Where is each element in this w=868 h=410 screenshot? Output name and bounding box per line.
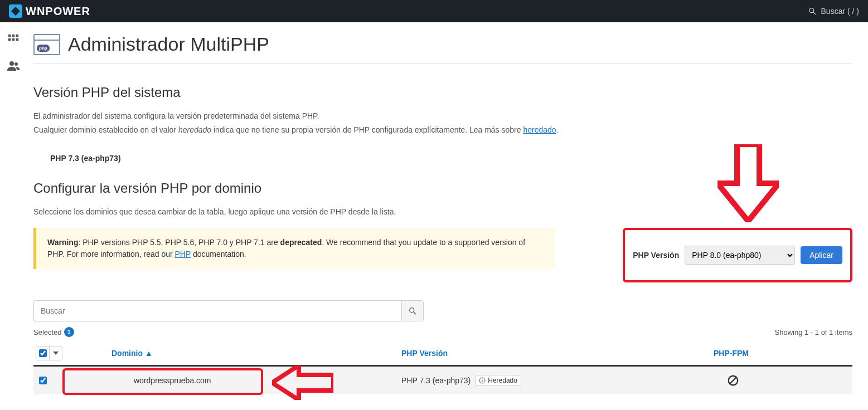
select-all-checkbox[interactable] <box>39 349 47 357</box>
row-checkbox[interactable] <box>39 377 47 384</box>
heredado-link[interactable]: heredado <box>523 125 556 134</box>
showing-label: Showing 1 - 1 of 1 items <box>775 328 852 336</box>
svg-rect-7 <box>16 38 19 41</box>
selected-count-badge: 1 <box>64 327 74 337</box>
select-all-dropdown[interactable] <box>50 346 62 360</box>
topbar: WNPOWER Buscar ( / ) <box>0 0 868 22</box>
select-all-checkbox-wrap[interactable] <box>36 346 50 360</box>
brand-icon <box>9 4 22 18</box>
table-meta: Selected 1 Showing 1 - 1 of 1 items <box>33 327 852 337</box>
apps-icon[interactable] <box>7 33 20 46</box>
config-row: Warning: PHP versions PHP 5.5, PHP 5.6, … <box>33 228 852 282</box>
info-icon <box>479 377 486 384</box>
php-version-label: PHP Versión <box>633 251 679 260</box>
main-content: php Administrador MultiPHP Versión PHP d… <box>27 22 868 410</box>
page-title: Administrador MultiPHP <box>68 33 269 55</box>
search-input[interactable] <box>33 300 401 321</box>
table-row: wordpressprueba.com PHP 7.3 (ea-php73) H… <box>33 367 852 394</box>
search-button[interactable] <box>401 300 424 321</box>
chevron-down-icon <box>53 352 59 355</box>
selected-label: Selected <box>33 328 62 336</box>
system-desc-1: El administrador del sistema configura l… <box>33 110 852 122</box>
php-version-select[interactable]: PHP 8.0 (ea-php80) <box>685 246 795 265</box>
php-doc-link[interactable]: PHP <box>175 250 191 258</box>
svg-rect-3 <box>12 35 15 37</box>
annotation-highlight-box: PHP Versión PHP 8.0 (ea-php80) Aplicar <box>623 228 852 282</box>
annotation-arrow-left-icon <box>272 365 333 400</box>
table-header-row: Dominio ▲ PHP Versión PHP-FPM <box>33 341 852 367</box>
svg-line-1 <box>813 12 816 14</box>
annotation-arrow-down-icon <box>717 144 779 222</box>
svg-line-11 <box>414 312 416 314</box>
svg-line-16 <box>730 377 736 384</box>
svg-rect-4 <box>16 35 19 37</box>
svg-point-8 <box>9 61 14 66</box>
col-header-version[interactable]: PHP Versión <box>401 349 714 358</box>
svg-point-9 <box>14 62 18 66</box>
deprecated-warning: Warning: PHP versions PHP 5.5, PHP 5.6, … <box>33 228 555 269</box>
col-header-domain[interactable]: Dominio ▲ <box>111 349 401 358</box>
cell-domain: wordpressprueba.com <box>111 376 401 385</box>
cell-version: PHP 7.3 (ea-php73) Heredado <box>401 375 714 386</box>
domain-search <box>33 300 424 321</box>
svg-rect-6 <box>12 38 15 41</box>
search-icon <box>408 306 417 315</box>
select-all-group <box>36 346 62 360</box>
multiphp-icon: php <box>33 34 60 55</box>
page-header: php Administrador MultiPHP <box>33 29 852 64</box>
brand-text: WNPOWER <box>26 5 90 18</box>
row-check-cell[interactable] <box>33 377 111 384</box>
svg-point-0 <box>809 8 813 13</box>
users-icon[interactable] <box>7 59 20 72</box>
version-text: PHP 7.3 (ea-php73) <box>401 376 471 385</box>
cell-fpm <box>714 374 852 387</box>
col-header-fpm[interactable]: PHP-FPM <box>714 349 852 358</box>
svg-point-10 <box>410 308 414 313</box>
topbar-search[interactable]: Buscar ( / ) <box>808 7 859 16</box>
php-version-panel: PHP Versión PHP 8.0 (ea-php80) Aplicar <box>623 228 852 282</box>
svg-rect-2 <box>8 35 11 37</box>
svg-rect-5 <box>8 38 11 41</box>
system-version-heading: Versión PHP del sistema <box>33 85 852 100</box>
select-all-cell <box>33 346 111 360</box>
system-desc-2: Cualquier dominio establecido en el valo… <box>33 124 852 136</box>
disabled-icon <box>727 374 739 387</box>
left-sidebar <box>0 22 27 72</box>
apply-button[interactable]: Aplicar <box>801 246 842 264</box>
brand-logo[interactable]: WNPOWER <box>9 4 90 18</box>
search-icon <box>808 7 817 16</box>
inherited-badge: Heredado <box>475 375 521 386</box>
domains-table: Dominio ▲ PHP Versión PHP-FPM wordpressp… <box>33 341 852 394</box>
svg-point-14 <box>482 379 483 380</box>
php-badge: php <box>37 45 50 52</box>
topbar-search-hint: Buscar ( / ) <box>821 7 859 16</box>
